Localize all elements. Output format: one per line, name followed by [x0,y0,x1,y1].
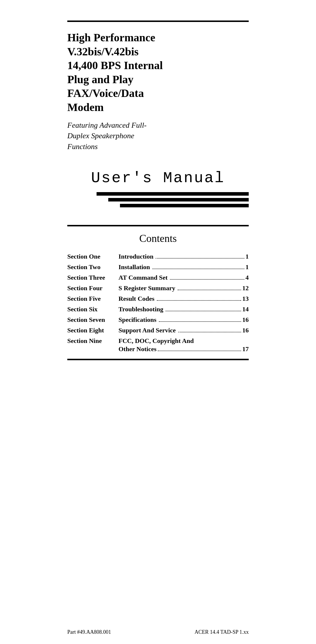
section-five-title: Result Codes [118,295,154,303]
subtitle-line1: Featuring Advanced Full- [67,121,147,129]
section-one-page: 1 [245,253,249,260]
section-two-title: Installation [118,263,150,271]
section-two-label: Section Two [67,263,118,271]
contents-title: Contents [67,232,249,245]
contents-rule-top [67,225,249,226]
section-four-dots [178,290,241,290]
users-manual-title: User's Manual [67,170,249,187]
triple-rules [67,192,249,207]
section-three-dots [170,279,244,280]
section-nine-entry: FCC, DOC, Copyright And Other Notices 17 [118,337,249,353]
section-five-label: Section Five [67,295,118,303]
section-three-title: AT Command Set [118,274,168,281]
section-two-page: 1 [245,263,249,271]
section-nine-dots [158,351,241,351]
section-one-entry: Introduction 1 [118,253,249,260]
section-eight-page: 16 [242,327,249,334]
subtitle-line2: Duplex Speakerphone [67,131,134,140]
toc-row-2: Section Two Installation 1 [67,263,249,271]
toc-row-3: Section Three AT Command Set 4 [67,274,249,281]
section-six-entry: Troubleshooting 14 [118,305,249,313]
section-seven-label: Section Seven [67,316,118,324]
page: High Performance V.32bis/V.42bis 14,400 … [44,0,272,644]
subtitle-line3: Functions [67,142,98,151]
section-nine-title-line2: Other Notices [118,345,157,353]
section-four-entry: S Register Summary 12 [118,284,249,292]
toc-row-8: Section Eight Support And Service 16 [67,327,249,334]
main-title: High Performance V.32bis/V.42bis 14,400 … [67,31,249,114]
section-nine-line1: FCC, DOC, Copyright And [118,337,249,345]
toc-row-7: Section Seven Specifications 16 [67,316,249,324]
toc-row-5: Section Five Result Codes 13 [67,295,249,303]
section-four-page: 12 [242,284,249,292]
title-line3: 14,400 BPS Internal [67,59,163,71]
section-four-label: Section Four [67,284,118,292]
section-one-dots [156,258,244,259]
title-line6: Modem [67,101,104,113]
title-line5: FAX/Voice/Data [67,87,144,99]
section-two-entry: Installation 1 [118,263,249,271]
toc-row-9: Section Nine FCC, DOC, Copyright And Oth… [67,337,249,353]
section-six-label: Section Six [67,305,118,313]
toc-row-4: Section Four S Register Summary 12 [67,284,249,292]
subtitle: Featuring Advanced Full- Duplex Speakerp… [67,120,249,152]
section-seven-dots [159,321,241,322]
section-one-title: Introduction [118,253,153,260]
contents-rule-bottom [67,359,249,360]
section-eight-entry: Support And Service 16 [118,327,249,334]
model-number: ACER 14.4 TAD-SP 1.xx [195,629,249,635]
title-line2: V.32bis/V.42bis [67,45,139,58]
section-five-page: 13 [242,295,249,303]
section-eight-dots [178,332,241,332]
section-four-title: S Register Summary [118,284,175,292]
rule-line-3 [120,204,249,207]
section-nine-page: 17 [242,345,249,353]
toc-row-6: Section Six Troubleshooting 14 [67,305,249,313]
section-nine-line2: Other Notices 17 [118,345,249,353]
section-six-dots [166,311,241,311]
part-number: Part #49.AA808.001 [67,629,111,635]
section-three-page: 4 [245,274,249,281]
section-three-label: Section Three [67,274,118,281]
section-nine-title-line1: FCC, DOC, Copyright And [118,337,194,345]
section-seven-title: Specifications [118,316,157,324]
section-eight-title: Support And Service [118,327,176,334]
title-line4: Plug and Play [67,73,133,86]
contents-section: Contents Section One Introduction 1 Sect… [67,225,249,366]
section-five-entry: Result Codes 13 [118,295,249,303]
section-two-dots [152,269,244,269]
section-six-title: Troubleshooting [118,305,163,313]
footer: Part #49.AA808.001 ACER 14.4 TAD-SP 1.xx [67,629,249,644]
section-five-dots [157,300,241,301]
section-seven-entry: Specifications 16 [118,316,249,324]
section-one-label: Section One [67,253,118,260]
section-six-page: 14 [242,305,249,313]
section-seven-page: 16 [242,316,249,324]
toc-row-1: Section One Introduction 1 [67,253,249,260]
top-rule [67,21,249,22]
section-three-entry: AT Command Set 4 [118,274,249,281]
section-nine-label: Section Nine [67,337,118,345]
rule-line-2 [108,198,249,201]
title-line1: High Performance [67,31,155,44]
section-eight-label: Section Eight [67,327,118,334]
rule-line-1 [97,192,249,196]
